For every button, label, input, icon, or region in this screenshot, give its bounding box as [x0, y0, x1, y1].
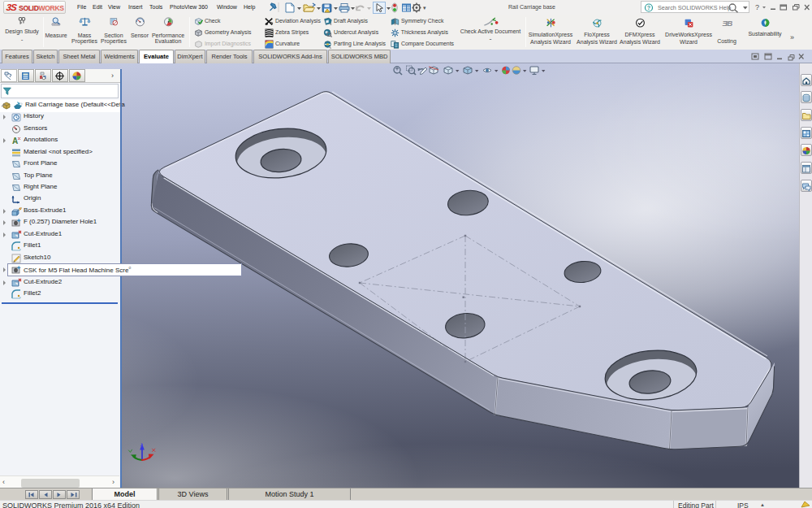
- svg-text:?: ?: [755, 3, 759, 11]
- svg-text:ƎB: ƎB: [722, 19, 732, 28]
- svg-text:Search SOLIDWORKS Help: Search SOLIDWORKS Help: [658, 4, 731, 11]
- svg-text:SOLIDWORKS: SOLIDWORKS: [19, 4, 64, 12]
- svg-text:3S: 3S: [6, 3, 18, 13]
- svg-text:?: ?: [647, 5, 650, 11]
- svg-text:A: A: [12, 137, 18, 145]
